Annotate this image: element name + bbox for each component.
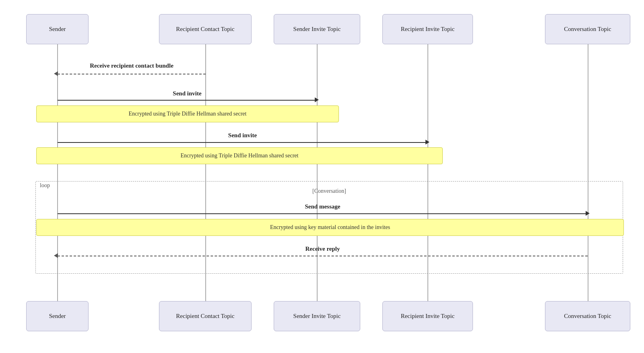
label-receive-reply: Receive reply	[58, 246, 588, 252]
arrow-send-invite-2	[58, 142, 427, 143]
loop-title-label: [Conversation]	[35, 188, 623, 194]
arrow-receive-bundle	[58, 74, 206, 74]
note-keymaterial: Encrypted using key material contained i…	[36, 219, 624, 236]
participant-recipient-contact-bottom: Recipient Contact Topic	[159, 301, 252, 331]
arrowhead-send-invite-2	[425, 140, 429, 145]
participant-sender-invite-bottom: Sender Invite Topic	[274, 301, 360, 331]
note-tdh-2: Encrypted using Triple Diffie Hellman sh…	[36, 147, 443, 164]
arrow-send-invite-1	[58, 100, 317, 101]
arrowhead-send-message	[586, 211, 590, 216]
participant-recipient-contact-top: Recipient Contact Topic	[159, 14, 252, 44]
participant-conversation-top: Conversation Topic	[545, 14, 630, 44]
arrowhead-receive-reply	[54, 253, 58, 258]
arrow-receive-reply	[58, 256, 588, 256]
participant-sender-bottom: Sender	[26, 301, 89, 331]
arrowhead-receive-bundle	[54, 71, 58, 76]
participant-recipient-invite-top: Recipient Invite Topic	[382, 14, 473, 44]
participant-sender-invite-top: Sender Invite Topic	[274, 14, 360, 44]
participant-recipient-invite-bottom: Recipient Invite Topic	[382, 301, 473, 331]
label-receive-bundle: Receive recipient contact bundle	[58, 62, 206, 69]
arrowhead-send-invite-1	[315, 97, 319, 102]
label-send-invite-1: Send invite	[58, 90, 317, 97]
arrow-send-message	[58, 213, 588, 214]
note-tdh-1: Encrypted using Triple Diffie Hellman sh…	[36, 105, 339, 122]
sequence-diagram: Sender Recipient Contact Topic Sender In…	[0, 0, 644, 353]
label-send-message: Send message	[58, 203, 588, 210]
label-send-invite-2: Send invite	[58, 132, 427, 139]
participant-conversation-bottom: Conversation Topic	[545, 301, 630, 331]
participant-sender-top: Sender	[26, 14, 89, 44]
